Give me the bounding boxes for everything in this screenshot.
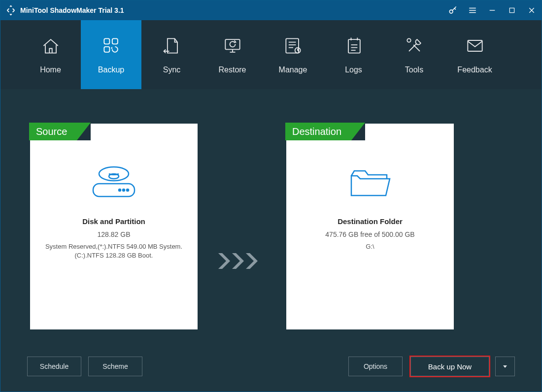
svg-point-13 (123, 189, 125, 191)
destination-title: Destination Folder (338, 217, 403, 226)
nav-label: Tools (405, 65, 423, 74)
nav-tools[interactable]: Tools (384, 20, 444, 89)
content-area: Source Disk and Partition 128.82 GB Syst… (0, 89, 542, 329)
nav-manage[interactable]: Manage (263, 20, 323, 89)
key-icon[interactable] (443, 0, 463, 20)
source-header: Source (29, 123, 77, 140)
source-title: Disk and Partition (82, 217, 145, 226)
svg-point-14 (119, 189, 121, 191)
svg-point-9 (407, 38, 410, 42)
svg-rect-1 (509, 8, 514, 12)
svg-rect-2 (104, 38, 109, 44)
options-button[interactable]: Options (348, 357, 403, 376)
schedule-button[interactable]: Schedule (27, 357, 81, 376)
nav-label: Restore (218, 65, 246, 74)
arrows-icon (217, 251, 267, 271)
manage-icon (282, 35, 304, 57)
destination-details: G:\ (357, 242, 383, 251)
source-card[interactable]: Source Disk and Partition 128.82 GB Syst… (30, 124, 198, 329)
backup-icon (101, 35, 122, 57)
menu-icon[interactable] (463, 0, 482, 20)
top-nav: Home Backup Sync Restore (0, 20, 542, 89)
nav-home[interactable]: Home (20, 20, 81, 89)
nav-label: Sync (163, 65, 181, 74)
source-details: System Reserved,(*:).NTFS 549.00 MB Syst… (36, 242, 191, 260)
app-logo-icon (5, 5, 16, 16)
app-title: MiniTool ShadowMaker Trial 3.1 (20, 6, 124, 14)
title-bar: MiniTool ShadowMaker Trial 3.1 (0, 0, 542, 20)
destination-header: Destination (285, 123, 351, 140)
nav-label: Home (40, 65, 61, 74)
destination-card[interactable]: Destination Destination Folder 475.76 GB… (286, 124, 454, 329)
nav-restore[interactable]: Restore (202, 20, 263, 89)
minimize-button[interactable] (482, 0, 502, 20)
restore-icon (222, 35, 243, 57)
nav-backup[interactable]: Backup (81, 20, 141, 89)
nav-label: Manage (279, 65, 307, 74)
nav-label: Backup (98, 65, 124, 74)
sync-icon (161, 35, 183, 57)
scheme-button[interactable]: Scheme (88, 357, 142, 376)
nav-label: Logs (345, 65, 362, 74)
feedback-icon (464, 35, 486, 57)
logs-icon (343, 35, 365, 57)
nav-sync[interactable]: Sync (141, 20, 202, 89)
close-button[interactable] (522, 0, 542, 20)
destination-size: 475.76 GB free of 500.00 GB (325, 230, 414, 238)
svg-rect-4 (104, 47, 109, 52)
svg-rect-10 (468, 40, 482, 51)
maximize-button[interactable] (502, 0, 522, 20)
backup-now-dropdown[interactable] (495, 357, 515, 376)
svg-rect-8 (348, 39, 360, 53)
tools-icon (404, 35, 425, 57)
backup-now-highlight: Back up Now (409, 356, 490, 377)
home-icon (40, 35, 62, 57)
nav-logs[interactable]: Logs (323, 20, 384, 89)
nav-label: Feedback (457, 65, 492, 74)
source-size: 128.82 GB (98, 230, 131, 238)
nav-feedback[interactable]: Feedback (444, 20, 505, 89)
svg-rect-3 (112, 38, 117, 44)
disk-icon (89, 163, 138, 202)
svg-rect-5 (225, 39, 239, 49)
footer-bar: Schedule Scheme Options Back up Now (0, 356, 542, 377)
folder-icon (345, 163, 395, 202)
svg-rect-6 (286, 38, 299, 53)
svg-point-12 (127, 189, 129, 191)
backup-now-button[interactable]: Back up Now (410, 357, 489, 376)
svg-point-0 (449, 10, 453, 13)
